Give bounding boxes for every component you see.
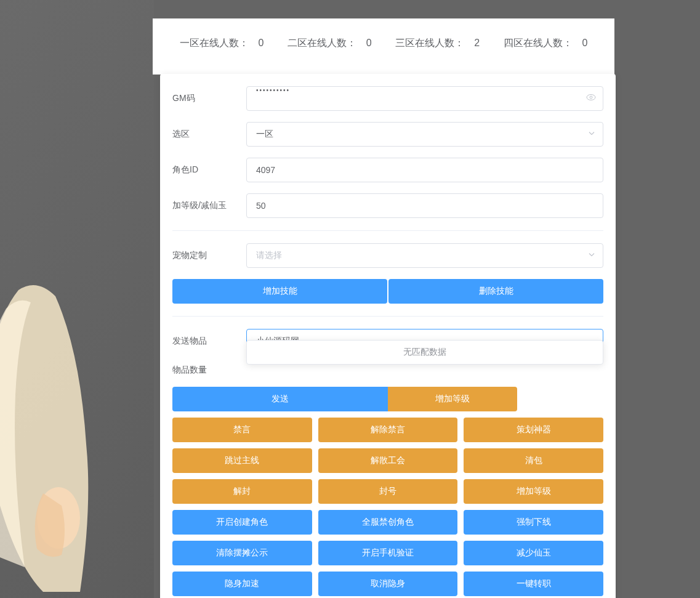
level-input[interactable] [246, 193, 603, 218]
clear-bag-button[interactable]: 清包 [464, 448, 603, 473]
pet-select-placeholder: 请选择 [256, 250, 282, 261]
ban-button[interactable]: 封号 [318, 479, 458, 504]
gm-code-label: GM码 [172, 93, 246, 104]
level-label: 加等级/减仙玉 [172, 200, 246, 211]
zone1-count: 0 [259, 38, 264, 48]
mute-button[interactable]: 禁言 [172, 418, 312, 442]
form-card: GM码 •••••••••• 选区 一区 角色ID 加等级/减仙玉 [160, 74, 616, 598]
zone-select-value: 一区 [256, 129, 273, 140]
add-level-button[interactable]: 增加等级 [388, 387, 517, 411]
zone-select[interactable]: 一区 [246, 122, 603, 147]
divider [172, 316, 603, 317]
svg-point-1 [587, 95, 595, 100]
one-key-transfer-button[interactable]: 一键转职 [464, 572, 603, 596]
zone2-label: 二区在线人数： [288, 38, 356, 48]
chevron-down-icon [588, 130, 595, 139]
zone-label: 选区 [172, 129, 246, 140]
zone2-count: 0 [366, 38, 372, 48]
online-stats: 一区在线人数：0 二区在线人数：0 三区在线人数：2 四区在线人数：0 [165, 37, 602, 50]
pet-label: 宠物定制 [172, 250, 246, 261]
send-item-label: 发送物品 [172, 336, 246, 347]
zone1-label: 一区在线人数： [180, 38, 249, 48]
gm-code-input[interactable]: •••••••••• [246, 86, 603, 111]
eye-icon[interactable] [586, 92, 596, 105]
zone4-label: 四区在线人数： [504, 38, 573, 48]
unban-button[interactable]: 解封 [172, 479, 312, 504]
force-offline-button[interactable]: 强制下线 [464, 510, 603, 535]
server-ban-create-button[interactable]: 全服禁创角色 [318, 510, 458, 535]
cancel-stealth-button[interactable]: 取消隐身 [318, 572, 458, 596]
send-button[interactable]: 发送 [172, 387, 388, 411]
svg-point-2 [590, 96, 592, 99]
stealth-speed-button[interactable]: 隐身加速 [172, 572, 312, 596]
add-skill-button[interactable]: 增加技能 [172, 279, 387, 304]
role-id-label: 角色ID [172, 164, 246, 176]
reduce-jade-button[interactable]: 减少仙玉 [464, 541, 603, 565]
clear-stall-button[interactable]: 清除摆摊公示 [172, 541, 312, 565]
zone3-label: 三区在线人数： [395, 38, 464, 48]
enable-phone-button[interactable]: 开启手机验证 [318, 541, 458, 565]
zone4-count: 0 [582, 38, 588, 48]
disband-guild-button[interactable]: 解散工会 [318, 448, 458, 473]
skip-main-button[interactable]: 跳过主线 [172, 448, 312, 473]
background-image [0, 0, 154, 598]
item-qty-label: 物品数量 [172, 365, 246, 376]
planner-button[interactable]: 策划神器 [464, 418, 603, 442]
no-match-text: 无匹配数据 [403, 347, 446, 357]
zone3-count: 2 [474, 38, 480, 48]
enable-create-button[interactable]: 开启创建角色 [172, 510, 312, 535]
main-panel: 一区在线人数：0 二区在线人数：0 三区在线人数：2 四区在线人数：0 [153, 18, 614, 75]
chevron-down-icon [588, 251, 595, 261]
pet-select[interactable]: 请选择 [246, 243, 603, 268]
divider [172, 230, 603, 231]
add-level2-button[interactable]: 增加等级 [464, 479, 603, 504]
role-id-input[interactable] [246, 158, 603, 182]
character-illustration [0, 259, 154, 598]
delete-skill-button[interactable]: 删除技能 [388, 279, 603, 304]
unmute-button[interactable]: 解除禁言 [318, 418, 458, 442]
dropdown-panel: 无匹配数据 [246, 340, 603, 365]
